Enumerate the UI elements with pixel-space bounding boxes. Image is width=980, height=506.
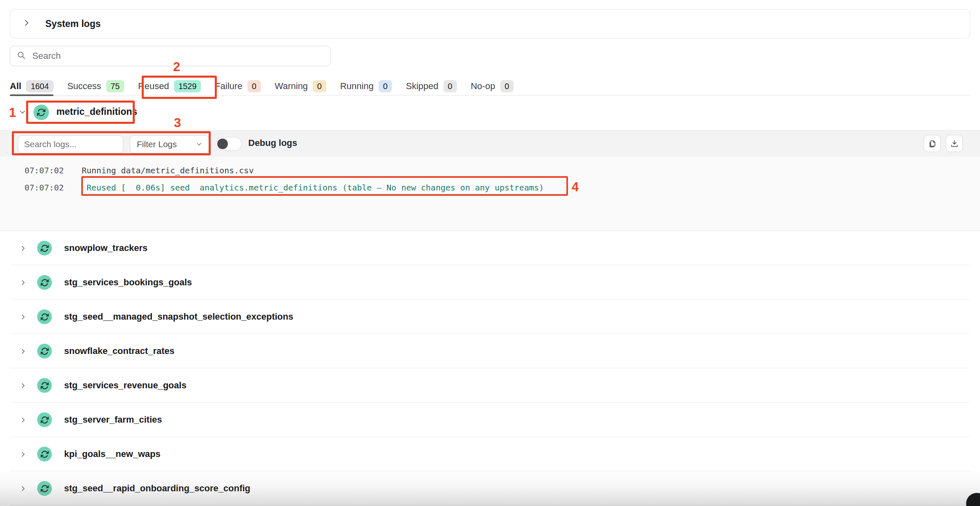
tab-success[interactable]: Success 75: [67, 77, 124, 95]
copy-logs-button[interactable]: [924, 135, 941, 152]
tab-running[interactable]: Running 0: [340, 77, 392, 95]
reused-status-icon: [37, 275, 52, 290]
tab-count-badge: 0: [247, 80, 261, 92]
system-logs-card: System logs: [10, 9, 970, 38]
reused-status-icon: [37, 378, 52, 393]
search-input[interactable]: [31, 50, 324, 62]
log-item-snowflake-contract-rates[interactable]: snowflake_contract_rates: [0, 334, 980, 368]
reused-status-icon: [37, 344, 52, 358]
chevron-right-icon: [20, 313, 27, 320]
log-item-kpi-goals-new-waps[interactable]: kpi_goals__new_waps: [0, 437, 980, 471]
download-icon: [950, 139, 959, 148]
tab-count-badge: 1604: [26, 80, 53, 92]
chevron-right-icon: [20, 416, 27, 423]
tab-all[interactable]: All 1604: [10, 77, 53, 95]
log-timestamp: 07:07:02: [24, 166, 82, 175]
page-title: System logs: [45, 18, 101, 29]
reused-status-icon: [37, 241, 52, 255]
tab-reused[interactable]: Reused 1529: [138, 77, 201, 95]
search-logs-input[interactable]: [18, 135, 123, 153]
reused-status-icon: [37, 481, 52, 496]
expanded-item-name: metric_definitions: [56, 106, 137, 117]
item-name: stg_server_farm_cities: [64, 414, 162, 425]
copy-icon: [928, 139, 937, 148]
tab-count-badge: 0: [379, 80, 392, 92]
chevron-right-icon: [20, 485, 27, 492]
chevron-right-icon: [20, 279, 27, 286]
log-item-stg-server-farm-cities[interactable]: stg_server_farm_cities: [0, 403, 980, 437]
item-name: stg_seed__managed_snapshot_selection_exc…: [64, 311, 293, 322]
tab-count-badge: 0: [500, 80, 514, 92]
item-name: snowflake_contract_rates: [64, 346, 174, 356]
log-item-stg-services-bookings-goals[interactable]: stg_services_bookings_goals: [0, 265, 980, 300]
item-name: stg_seed__rapid_onboarding_score_config: [64, 483, 250, 494]
chevron-right-icon: [20, 348, 27, 355]
reused-status-icon: [37, 447, 52, 461]
toggle-knob: [217, 139, 228, 149]
chevron-down-icon[interactable]: [19, 108, 26, 117]
log-item-metric-definitions[interactable]: metric_definitions: [0, 100, 980, 125]
log-panel: Filter Logs Debug logs 07:07:02 Running …: [0, 130, 980, 231]
log-line-reused: 07:07:02 Reused [ 0.06s] seed analytics.…: [0, 182, 980, 193]
log-text: Running data/metric_definitions.csv: [82, 166, 254, 175]
item-name: stg_services_bookings_goals: [64, 277, 192, 288]
log-item-stg-services-revenue-goals[interactable]: stg_services_revenue_goals: [0, 368, 980, 403]
tab-noop[interactable]: No-op 0: [471, 77, 514, 95]
global-search: [10, 46, 331, 66]
chevron-right-icon: [20, 451, 27, 458]
search-icon: [17, 51, 26, 61]
log-line: 07:07:02 Running data/metric_definitions…: [0, 165, 980, 176]
tab-count-badge: 0: [443, 80, 457, 92]
tab-count-badge: 75: [106, 80, 124, 92]
reused-status-icon: [37, 412, 52, 427]
log-text: Reused [ 0.06s] seed analytics.metric_de…: [87, 183, 544, 193]
chevron-right-icon[interactable]: [22, 19, 31, 29]
item-name: stg_services_revenue_goals: [64, 380, 187, 391]
log-timestamp: 07:07:02: [24, 183, 82, 193]
debug-logs-toggle[interactable]: [216, 137, 242, 151]
reused-status-icon: [37, 309, 52, 324]
log-item-stg-seed-managed-snapshot-selection-exceptions[interactable]: stg_seed__managed_snapshot_selection_exc…: [0, 300, 980, 334]
tab-failure[interactable]: Failure 0: [215, 77, 261, 95]
item-name: snowplow_trackers: [64, 243, 147, 253]
status-tabs: All 1604 Success 75 Reused 1529 Failure …: [10, 77, 970, 96]
debug-logs-label: Debug logs: [248, 138, 297, 148]
reused-status-icon: [33, 105, 49, 120]
chevron-right-icon: [20, 245, 27, 252]
tab-count-badge: 1529: [174, 80, 201, 92]
chevron-right-icon: [20, 382, 27, 389]
tab-count-badge: 0: [313, 80, 326, 92]
log-item-snowplow-trackers[interactable]: snowplow_trackers: [0, 231, 980, 265]
item-name: kpi_goals__new_waps: [64, 449, 160, 459]
tab-skipped[interactable]: Skipped 0: [406, 77, 457, 95]
tab-warning[interactable]: Warning 0: [275, 77, 326, 95]
log-items-list: snowplow_trackers stg_services_bookings_…: [0, 231, 980, 506]
log-item-stg-seed-rapid-onboarding-score-config[interactable]: stg_seed__rapid_onboarding_score_config: [0, 471, 980, 506]
filter-logs-dropdown[interactable]: Filter Logs: [130, 135, 209, 153]
download-logs-button[interactable]: [946, 135, 963, 152]
chevron-down-icon: [196, 139, 202, 149]
